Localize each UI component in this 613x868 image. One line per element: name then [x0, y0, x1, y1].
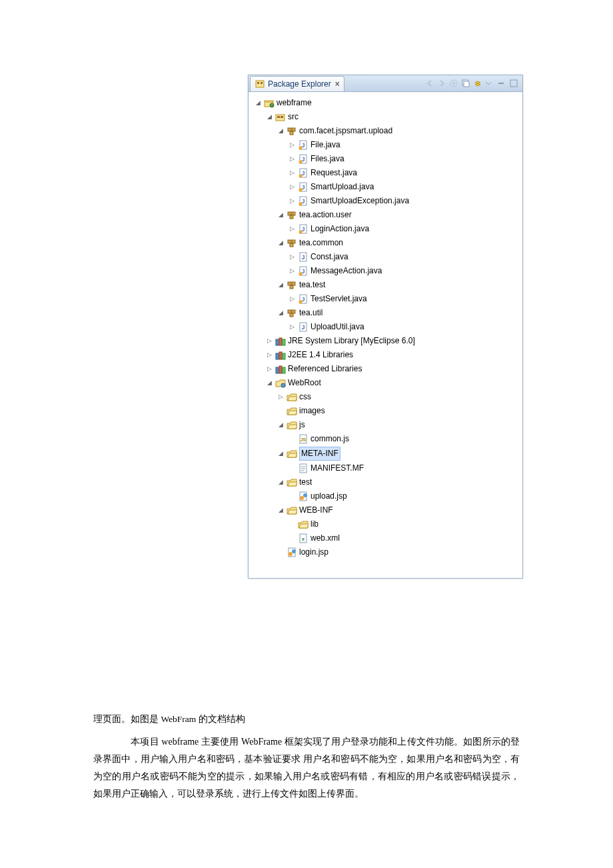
expand-toggle[interactable]: ▷	[289, 267, 296, 275]
expand-toggle[interactable]: ▷	[289, 141, 296, 149]
node-label: Referenced Libraries	[288, 363, 362, 375]
java-file-node[interactable]: ▷JRequest.java	[287, 166, 520, 180]
expand-toggle[interactable]: ▷	[266, 351, 273, 359]
svg-rect-11	[277, 116, 280, 118]
svg-text:J: J	[301, 254, 305, 261]
java-file-node[interactable]: ▷JConst.java	[287, 250, 520, 264]
expand-toggle[interactable]: ▷	[277, 393, 285, 401]
folder-node[interactable]: ◢test	[275, 475, 520, 489]
package-node[interactable]: ◢tea.common	[275, 236, 520, 250]
svg-rect-56	[276, 339, 279, 345]
java-file-node[interactable]: ▷JLoginAction.java	[287, 222, 520, 236]
expand-toggle[interactable]: ◢	[277, 309, 285, 317]
expand-toggle[interactable]: ◢	[277, 479, 285, 486]
expand-toggle[interactable]: ◢	[277, 211, 285, 219]
java-file-node[interactable]: ▷JMessageAction.java	[287, 264, 520, 278]
svg-rect-15	[290, 131, 293, 135]
file-node[interactable]: ▷MANIFEST.MF	[287, 461, 520, 475]
expand-toggle[interactable]: ▷	[289, 225, 296, 233]
expand-toggle[interactable]: ◢	[266, 379, 273, 387]
svg-point-76	[292, 549, 296, 553]
expand-toggle[interactable]: ▷	[266, 365, 273, 373]
js-file-node[interactable]: ▷JScommon.js	[287, 432, 520, 446]
package-node[interactable]: ◢tea.test	[275, 278, 520, 292]
collapse-all-icon[interactable]	[461, 79, 470, 88]
jsp-file-node[interactable]: ▷login.jsp	[275, 545, 520, 559]
link-icon[interactable]	[449, 79, 458, 88]
node-label: tea.action.user	[299, 209, 352, 221]
link-editor-icon[interactable]	[473, 79, 482, 88]
java-file-icon: J	[298, 182, 308, 193]
svg-rect-53	[290, 313, 293, 317]
web-folder-icon	[275, 378, 286, 389]
folder-node[interactable]: ◢WEB-INF	[275, 503, 520, 517]
menu-dropdown-icon[interactable]	[485, 79, 494, 88]
package-explorer-tab[interactable]: Package Explorer ×	[250, 76, 344, 91]
library-icon	[275, 364, 286, 375]
jsp-file-icon	[287, 547, 297, 558]
java-file-node[interactable]: ▷JFile.java	[287, 138, 520, 152]
jsp-file-node[interactable]: ▷upload.jsp	[287, 489, 520, 503]
src-folder-node[interactable]: ◢ src	[264, 110, 520, 124]
svg-rect-37	[288, 240, 291, 243]
expand-toggle[interactable]: ▷	[289, 155, 296, 163]
expand-toggle[interactable]: ▷	[289, 197, 296, 205]
folder-open-icon	[287, 449, 297, 459]
java-file-node[interactable]: ▷JSmartUploadException.java	[287, 194, 520, 208]
expand-toggle[interactable]: ◢	[277, 127, 285, 135]
expand-toggle[interactable]: ◢	[277, 450, 285, 457]
svg-rect-51	[288, 310, 291, 313]
xml-file-icon: x	[298, 533, 308, 544]
folder-node[interactable]: ▷css	[275, 390, 520, 404]
library-node[interactable]: ▷JRE System Library [MyEclipse 6.0]	[264, 334, 520, 348]
node-label: SmartUploadException.java	[310, 195, 409, 207]
node-label: WebRoot	[288, 377, 321, 389]
svg-point-36	[299, 230, 303, 233]
expand-toggle[interactable]: ◢	[255, 99, 262, 107]
minimize-icon[interactable]	[497, 79, 506, 88]
folder-node[interactable]: ▷lib	[287, 517, 520, 531]
expand-toggle[interactable]: ▷	[289, 253, 296, 261]
expand-toggle[interactable]: ◢	[277, 239, 285, 247]
package-node[interactable]: ◢tea.util	[275, 306, 520, 320]
expand-toggle[interactable]: ◢	[277, 507, 285, 514]
folder-node[interactable]: ◢js	[275, 418, 520, 432]
expand-toggle[interactable]: ▷	[289, 183, 296, 191]
java-file-node[interactable]: ▷JFiles.java	[287, 152, 520, 166]
library-node[interactable]: ▷J2EE 1.4 Libraries	[264, 348, 520, 362]
close-tab-icon[interactable]: ×	[335, 79, 340, 89]
java-file-node[interactable]: ▷JUploadUtil.java	[287, 320, 520, 334]
package-node[interactable]: ◢tea.action.user	[275, 208, 520, 222]
java-file-node[interactable]: ▷JSmartUpload.java	[287, 180, 520, 194]
xml-file-node[interactable]: ▷xweb.xml	[287, 531, 520, 545]
node-label: test	[299, 476, 312, 489]
package-node[interactable]: ◢ com.facet.jspsmart.upload	[275, 124, 520, 138]
node-label: src	[288, 111, 299, 123]
folder-open-icon	[287, 420, 297, 431]
expand-toggle[interactable]: ◢	[277, 281, 285, 289]
expand-toggle[interactable]: ▷	[266, 337, 273, 345]
folder-node[interactable]: ▷images	[275, 404, 520, 418]
svg-rect-60	[279, 352, 282, 359]
svg-rect-12	[281, 116, 283, 118]
folder-open-icon	[287, 477, 297, 488]
forward-icon[interactable]	[437, 79, 446, 88]
expand-toggle[interactable]: ◢	[266, 113, 273, 121]
node-label: META-INF	[299, 447, 340, 461]
folder-node[interactable]: ◢META-INF	[275, 446, 520, 461]
node-label: css	[299, 391, 311, 403]
paragraph-text: 本项目 webframe 主要使用 WebFrame 框架实现了用户登录功能和上…	[93, 733, 520, 803]
library-node[interactable]: ▷Referenced Libraries	[264, 362, 520, 376]
expand-toggle[interactable]: ▷	[289, 323, 296, 331]
node-label: images	[299, 405, 325, 417]
expand-toggle[interactable]: ▷	[289, 295, 296, 303]
expand-toggle[interactable]: ▷	[289, 169, 296, 177]
project-node[interactable]: ◢ webframe	[253, 96, 520, 110]
java-file-node[interactable]: ▷JTestServlet.java	[287, 292, 520, 306]
webroot-folder-node[interactable]: ◢WebRoot	[264, 376, 520, 390]
jsp-file-icon	[298, 491, 308, 502]
expand-toggle[interactable]: ◢	[277, 421, 285, 429]
java-file-icon: J	[298, 154, 308, 165]
back-icon[interactable]	[425, 79, 434, 88]
maximize-icon[interactable]	[509, 79, 518, 88]
